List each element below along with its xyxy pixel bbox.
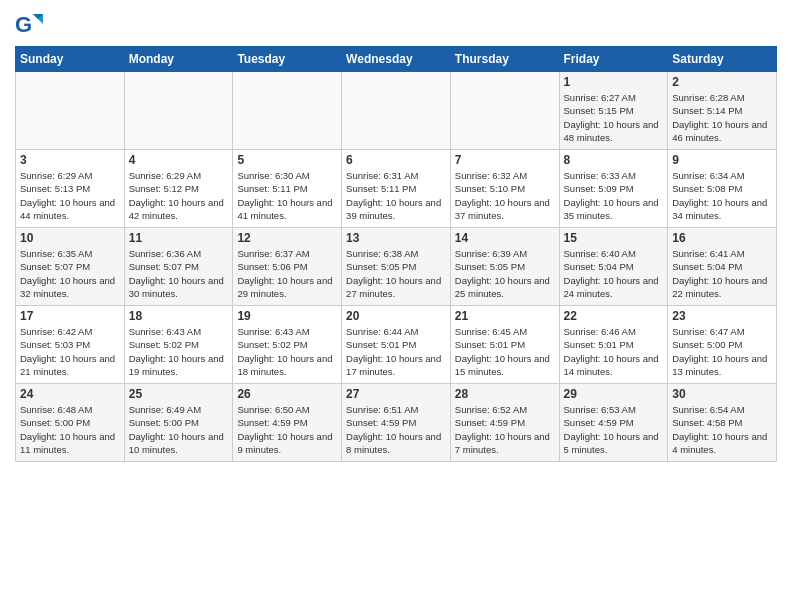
calendar-cell: 9Sunrise: 6:34 AM Sunset: 5:08 PM Daylig… bbox=[668, 150, 777, 228]
day-info: Sunrise: 6:30 AM Sunset: 5:11 PM Dayligh… bbox=[237, 169, 337, 222]
calendar-cell bbox=[233, 72, 342, 150]
calendar-cell: 13Sunrise: 6:38 AM Sunset: 5:05 PM Dayli… bbox=[342, 228, 451, 306]
day-number: 2 bbox=[672, 75, 772, 89]
day-number: 25 bbox=[129, 387, 229, 401]
header: G bbox=[15, 10, 777, 38]
calendar-header: SundayMondayTuesdayWednesdayThursdayFrid… bbox=[16, 47, 777, 72]
week-row-1: 1Sunrise: 6:27 AM Sunset: 5:15 PM Daylig… bbox=[16, 72, 777, 150]
day-number: 13 bbox=[346, 231, 446, 245]
day-number: 12 bbox=[237, 231, 337, 245]
day-info: Sunrise: 6:28 AM Sunset: 5:14 PM Dayligh… bbox=[672, 91, 772, 144]
day-info: Sunrise: 6:40 AM Sunset: 5:04 PM Dayligh… bbox=[564, 247, 664, 300]
day-number: 21 bbox=[455, 309, 555, 323]
calendar-cell: 1Sunrise: 6:27 AM Sunset: 5:15 PM Daylig… bbox=[559, 72, 668, 150]
day-info: Sunrise: 6:29 AM Sunset: 5:13 PM Dayligh… bbox=[20, 169, 120, 222]
weekday-header-thursday: Thursday bbox=[450, 47, 559, 72]
calendar-cell: 3Sunrise: 6:29 AM Sunset: 5:13 PM Daylig… bbox=[16, 150, 125, 228]
day-number: 4 bbox=[129, 153, 229, 167]
calendar-cell: 25Sunrise: 6:49 AM Sunset: 5:00 PM Dayli… bbox=[124, 384, 233, 462]
day-info: Sunrise: 6:54 AM Sunset: 4:58 PM Dayligh… bbox=[672, 403, 772, 456]
logo-icon: G bbox=[15, 10, 43, 38]
calendar-cell: 8Sunrise: 6:33 AM Sunset: 5:09 PM Daylig… bbox=[559, 150, 668, 228]
calendar-cell: 10Sunrise: 6:35 AM Sunset: 5:07 PM Dayli… bbox=[16, 228, 125, 306]
calendar-cell: 16Sunrise: 6:41 AM Sunset: 5:04 PM Dayli… bbox=[668, 228, 777, 306]
week-row-3: 10Sunrise: 6:35 AM Sunset: 5:07 PM Dayli… bbox=[16, 228, 777, 306]
day-number: 7 bbox=[455, 153, 555, 167]
calendar-cell: 22Sunrise: 6:46 AM Sunset: 5:01 PM Dayli… bbox=[559, 306, 668, 384]
day-number: 8 bbox=[564, 153, 664, 167]
day-info: Sunrise: 6:38 AM Sunset: 5:05 PM Dayligh… bbox=[346, 247, 446, 300]
calendar-cell bbox=[16, 72, 125, 150]
calendar-cell bbox=[450, 72, 559, 150]
day-info: Sunrise: 6:31 AM Sunset: 5:11 PM Dayligh… bbox=[346, 169, 446, 222]
day-number: 27 bbox=[346, 387, 446, 401]
day-info: Sunrise: 6:35 AM Sunset: 5:07 PM Dayligh… bbox=[20, 247, 120, 300]
day-number: 15 bbox=[564, 231, 664, 245]
day-number: 24 bbox=[20, 387, 120, 401]
day-number: 16 bbox=[672, 231, 772, 245]
day-number: 20 bbox=[346, 309, 446, 323]
calendar-cell: 20Sunrise: 6:44 AM Sunset: 5:01 PM Dayli… bbox=[342, 306, 451, 384]
day-info: Sunrise: 6:33 AM Sunset: 5:09 PM Dayligh… bbox=[564, 169, 664, 222]
calendar-cell: 21Sunrise: 6:45 AM Sunset: 5:01 PM Dayli… bbox=[450, 306, 559, 384]
calendar-cell: 30Sunrise: 6:54 AM Sunset: 4:58 PM Dayli… bbox=[668, 384, 777, 462]
day-info: Sunrise: 6:42 AM Sunset: 5:03 PM Dayligh… bbox=[20, 325, 120, 378]
calendar-cell: 18Sunrise: 6:43 AM Sunset: 5:02 PM Dayli… bbox=[124, 306, 233, 384]
calendar-cell: 6Sunrise: 6:31 AM Sunset: 5:11 PM Daylig… bbox=[342, 150, 451, 228]
day-info: Sunrise: 6:47 AM Sunset: 5:00 PM Dayligh… bbox=[672, 325, 772, 378]
calendar-cell: 7Sunrise: 6:32 AM Sunset: 5:10 PM Daylig… bbox=[450, 150, 559, 228]
day-number: 5 bbox=[237, 153, 337, 167]
day-info: Sunrise: 6:52 AM Sunset: 4:59 PM Dayligh… bbox=[455, 403, 555, 456]
day-number: 1 bbox=[564, 75, 664, 89]
day-number: 6 bbox=[346, 153, 446, 167]
weekday-header-row: SundayMondayTuesdayWednesdayThursdayFrid… bbox=[16, 47, 777, 72]
weekday-header-saturday: Saturday bbox=[668, 47, 777, 72]
day-info: Sunrise: 6:34 AM Sunset: 5:08 PM Dayligh… bbox=[672, 169, 772, 222]
logo-area: G bbox=[15, 10, 47, 38]
day-info: Sunrise: 6:45 AM Sunset: 5:01 PM Dayligh… bbox=[455, 325, 555, 378]
calendar-body: 1Sunrise: 6:27 AM Sunset: 5:15 PM Daylig… bbox=[16, 72, 777, 462]
calendar: SundayMondayTuesdayWednesdayThursdayFrid… bbox=[15, 46, 777, 462]
calendar-cell bbox=[342, 72, 451, 150]
calendar-cell: 24Sunrise: 6:48 AM Sunset: 5:00 PM Dayli… bbox=[16, 384, 125, 462]
calendar-cell: 5Sunrise: 6:30 AM Sunset: 5:11 PM Daylig… bbox=[233, 150, 342, 228]
weekday-header-friday: Friday bbox=[559, 47, 668, 72]
calendar-cell: 28Sunrise: 6:52 AM Sunset: 4:59 PM Dayli… bbox=[450, 384, 559, 462]
weekday-header-sunday: Sunday bbox=[16, 47, 125, 72]
day-number: 11 bbox=[129, 231, 229, 245]
day-number: 18 bbox=[129, 309, 229, 323]
day-info: Sunrise: 6:37 AM Sunset: 5:06 PM Dayligh… bbox=[237, 247, 337, 300]
calendar-cell: 29Sunrise: 6:53 AM Sunset: 4:59 PM Dayli… bbox=[559, 384, 668, 462]
day-info: Sunrise: 6:44 AM Sunset: 5:01 PM Dayligh… bbox=[346, 325, 446, 378]
weekday-header-wednesday: Wednesday bbox=[342, 47, 451, 72]
day-info: Sunrise: 6:53 AM Sunset: 4:59 PM Dayligh… bbox=[564, 403, 664, 456]
day-number: 17 bbox=[20, 309, 120, 323]
day-info: Sunrise: 6:50 AM Sunset: 4:59 PM Dayligh… bbox=[237, 403, 337, 456]
week-row-2: 3Sunrise: 6:29 AM Sunset: 5:13 PM Daylig… bbox=[16, 150, 777, 228]
day-info: Sunrise: 6:29 AM Sunset: 5:12 PM Dayligh… bbox=[129, 169, 229, 222]
day-info: Sunrise: 6:43 AM Sunset: 5:02 PM Dayligh… bbox=[129, 325, 229, 378]
day-info: Sunrise: 6:27 AM Sunset: 5:15 PM Dayligh… bbox=[564, 91, 664, 144]
svg-text:G: G bbox=[15, 12, 32, 37]
calendar-cell: 27Sunrise: 6:51 AM Sunset: 4:59 PM Dayli… bbox=[342, 384, 451, 462]
calendar-cell: 17Sunrise: 6:42 AM Sunset: 5:03 PM Dayli… bbox=[16, 306, 125, 384]
day-number: 28 bbox=[455, 387, 555, 401]
day-number: 22 bbox=[564, 309, 664, 323]
week-row-4: 17Sunrise: 6:42 AM Sunset: 5:03 PM Dayli… bbox=[16, 306, 777, 384]
day-info: Sunrise: 6:48 AM Sunset: 5:00 PM Dayligh… bbox=[20, 403, 120, 456]
calendar-cell: 4Sunrise: 6:29 AM Sunset: 5:12 PM Daylig… bbox=[124, 150, 233, 228]
day-info: Sunrise: 6:46 AM Sunset: 5:01 PM Dayligh… bbox=[564, 325, 664, 378]
calendar-cell: 2Sunrise: 6:28 AM Sunset: 5:14 PM Daylig… bbox=[668, 72, 777, 150]
day-info: Sunrise: 6:49 AM Sunset: 5:00 PM Dayligh… bbox=[129, 403, 229, 456]
day-info: Sunrise: 6:51 AM Sunset: 4:59 PM Dayligh… bbox=[346, 403, 446, 456]
day-number: 3 bbox=[20, 153, 120, 167]
calendar-cell bbox=[124, 72, 233, 150]
day-number: 30 bbox=[672, 387, 772, 401]
day-number: 10 bbox=[20, 231, 120, 245]
weekday-header-monday: Monday bbox=[124, 47, 233, 72]
day-info: Sunrise: 6:32 AM Sunset: 5:10 PM Dayligh… bbox=[455, 169, 555, 222]
calendar-cell: 11Sunrise: 6:36 AM Sunset: 5:07 PM Dayli… bbox=[124, 228, 233, 306]
calendar-cell: 12Sunrise: 6:37 AM Sunset: 5:06 PM Dayli… bbox=[233, 228, 342, 306]
page: G SundayMondayTuesdayWednesdayThursdayFr… bbox=[0, 0, 792, 472]
week-row-5: 24Sunrise: 6:48 AM Sunset: 5:00 PM Dayli… bbox=[16, 384, 777, 462]
